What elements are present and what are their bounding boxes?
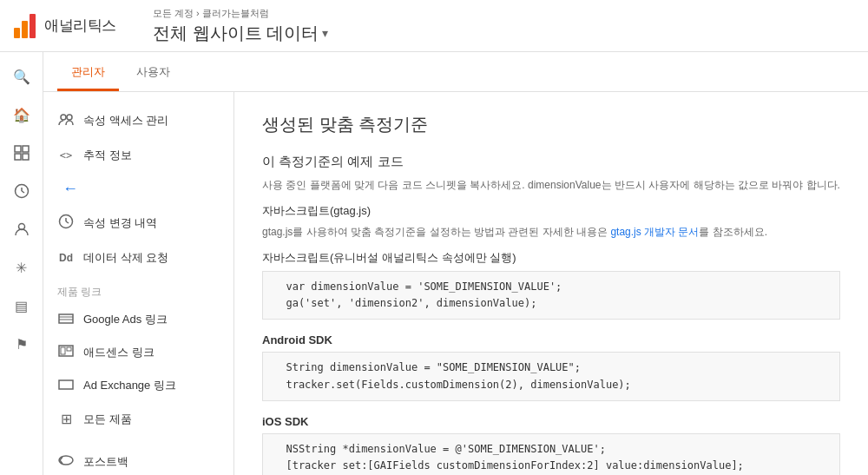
menu-google-ads-label: Google Ads 링크 xyxy=(83,312,168,327)
svg-line-6 xyxy=(22,191,24,193)
logo-text: 애널리틱스 xyxy=(44,16,116,36)
ios-sdk-title: iOS SDK xyxy=(262,415,840,428)
svg-rect-19 xyxy=(59,380,73,389)
ad-exchange-icon xyxy=(57,378,75,393)
menu-adsense[interactable]: 애드센스 링크 xyxy=(43,336,233,369)
property-access-icon xyxy=(57,111,75,130)
back-button[interactable]: ← xyxy=(57,175,83,201)
menu-tracking-info-label: 추적 정보 xyxy=(83,148,132,163)
svg-rect-1 xyxy=(23,146,29,152)
content-area: 관리자 사용자 속성 액세스 관리 xyxy=(43,52,868,475)
menu-tracking-info[interactable]: <> 추적 정보 xyxy=(43,139,233,172)
menu-postback-label: 포스트백 xyxy=(83,454,128,470)
js-label: 자바스크립트(유니버설 애널리틱스 속성에만 실행) xyxy=(262,250,840,266)
section-label-products: 제품 링크 xyxy=(43,274,233,303)
description-text: 사용 중인 플랫폼에 맞게 다음 코드 스니펫을 복사하세요. dimensio… xyxy=(262,177,840,193)
page-title-header: 전체 웹사이트 데이터 ▾ xyxy=(153,22,328,45)
icon-sidebar: 🔍 🏠 ✳ ▤ ⚑ xyxy=(0,52,43,475)
sidebar-clock-icon[interactable] xyxy=(4,174,39,208)
svg-rect-3 xyxy=(23,154,29,160)
gtag-desc: gtag.js를 사용하여 맞춤 측정기준을 설정하는 방법과 관련된 자세한 … xyxy=(262,224,840,240)
gtag-label: 자바스크립트(gtag.js) xyxy=(262,203,840,219)
tab-nav: 관리자 사용자 xyxy=(43,52,868,92)
menu-all-products[interactable]: ⊞ 모든 제품 xyxy=(43,402,233,436)
sidebar-search-icon[interactable]: 🔍 xyxy=(4,59,39,94)
property-change-icon xyxy=(57,214,75,233)
menu-postback[interactable]: 포스트백 xyxy=(43,445,233,475)
svg-point-20 xyxy=(59,456,73,465)
page-title-text: 전체 웹사이트 데이터 xyxy=(153,22,319,45)
menu-property-change[interactable]: 속성 변경 내역 xyxy=(43,205,233,241)
logo-icon xyxy=(14,14,36,38)
tracking-info-icon: <> xyxy=(57,149,75,162)
section-title: 이 측정기준의 예제 코드 xyxy=(262,154,840,170)
main-layout: 🔍 🏠 ✳ ▤ ⚑ xyxy=(0,52,868,475)
svg-point-9 xyxy=(67,115,72,120)
content-page-title: 생성된 맞춤 측정기준 xyxy=(262,113,840,136)
postback-icon xyxy=(57,453,75,471)
js-code-block: var dimensionValue = 'SOME_DIMENSION_VAL… xyxy=(262,271,840,320)
page-title-dropdown-icon[interactable]: ▾ xyxy=(322,26,328,40)
menu-property-change-label: 속성 변경 내역 xyxy=(83,215,157,231)
left-menu: 속성 액세스 관리 <> 추적 정보 ← 속성 변경 내역 xyxy=(43,92,234,475)
menu-google-ads[interactable]: Google Ads 링크 xyxy=(43,303,233,336)
inner-layout: 속성 액세스 관리 <> 추적 정보 ← 속성 변경 내역 xyxy=(43,92,868,475)
menu-data-delete[interactable]: Dd 데이터 삭제 요청 xyxy=(43,241,233,274)
menu-data-delete-label: 데이터 삭제 요청 xyxy=(83,250,168,266)
adsense-icon xyxy=(57,345,75,360)
svg-rect-17 xyxy=(61,347,65,354)
data-delete-icon: Dd xyxy=(57,252,75,264)
svg-rect-13 xyxy=(59,314,73,323)
svg-rect-2 xyxy=(15,154,21,160)
logo-bar-1 xyxy=(14,28,20,38)
menu-all-products-label: 모든 제품 xyxy=(83,412,132,427)
ios-code-block: NSString *dimensionValue = @'SOME_DIMENS… xyxy=(262,433,840,475)
sidebar-person-icon[interactable] xyxy=(4,212,39,247)
sidebar-layers-icon[interactable]: ▤ xyxy=(4,288,39,323)
menu-property-access[interactable]: 속성 액세스 관리 xyxy=(43,102,233,139)
header-right: 모든 계정 › 클러가는블처럼 전체 웹사이트 데이터 ▾ xyxy=(153,7,328,45)
svg-point-8 xyxy=(61,115,66,120)
all-products-icon: ⊞ xyxy=(57,411,75,427)
sidebar-home-icon[interactable]: 🏠 xyxy=(4,97,39,132)
tab-user[interactable]: 사용자 xyxy=(122,52,184,91)
menu-property-access-label: 속성 액세스 관리 xyxy=(83,113,168,129)
google-ads-icon xyxy=(57,312,75,327)
breadcrumb: 모든 계정 › 클러가는블처럼 xyxy=(153,7,328,20)
header: 애널리틱스 모든 계정 › 클러가는블처럼 전체 웹사이트 데이터 ▾ xyxy=(0,0,868,52)
menu-ad-exchange[interactable]: Ad Exchange 링크 xyxy=(43,369,233,402)
gtag-doc-link[interactable]: gtag.js 개발자 문서 xyxy=(610,226,699,238)
svg-line-12 xyxy=(66,221,69,223)
android-code-block: String dimensionValue = "SOME_DIMENSION_… xyxy=(262,352,840,400)
menu-ad-exchange-label: Ad Exchange 링크 xyxy=(83,378,176,393)
logo-bar-2 xyxy=(22,21,28,38)
svg-rect-18 xyxy=(67,347,71,351)
svg-rect-0 xyxy=(15,146,21,152)
logo-area: 애널리틱스 xyxy=(14,14,153,38)
sidebar-dashboard-icon[interactable] xyxy=(4,135,39,170)
main-content: 생성된 맞춤 측정기준 이 측정기준의 예제 코드 사용 중인 플랫폼에 맞게 … xyxy=(234,92,868,475)
tab-admin[interactable]: 관리자 xyxy=(57,52,119,91)
sidebar-flag-icon[interactable]: ⚑ xyxy=(4,327,39,361)
logo-bar-3 xyxy=(30,14,36,38)
sidebar-star-icon[interactable]: ✳ xyxy=(4,250,39,285)
menu-adsense-label: 애드센스 링크 xyxy=(83,345,155,360)
android-sdk-title: Android SDK xyxy=(262,333,840,346)
